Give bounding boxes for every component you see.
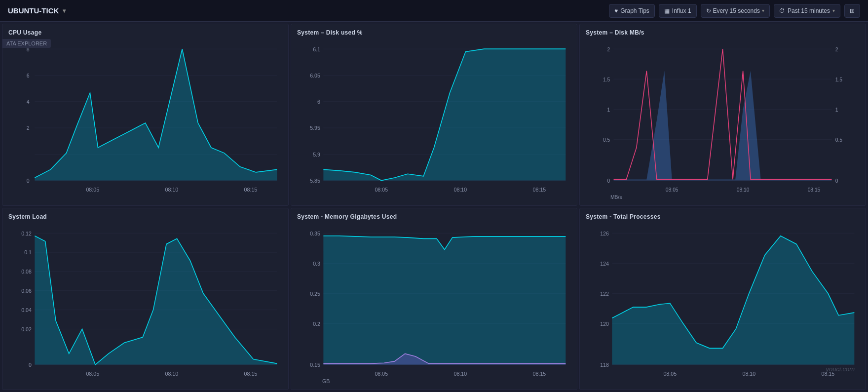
svg-text:08:05: 08:05	[663, 371, 677, 377]
display-icon: ⊞	[850, 7, 855, 14]
time-range-button[interactable]: ⏱ Past 15 minutes ▾	[774, 4, 840, 18]
svg-text:2: 2	[607, 46, 610, 52]
svg-marker-50	[614, 71, 832, 181]
panel-disk-used-pct: System – Disk used % 6.1 6.05 6 5.95 5.9…	[291, 24, 577, 206]
topbar-controls: ♥ Graph Tips ▦ Influx 1 ↻ Every 15 secon…	[609, 4, 860, 18]
grid-icon: ▦	[664, 7, 670, 14]
svg-text:6: 6	[317, 99, 320, 105]
svg-text:0.12: 0.12	[21, 230, 32, 236]
dashboard-grid: ATA EXPLORER CPU Usage 8 6 4 2 0 08:05 0…	[0, 22, 868, 392]
svg-text:0.02: 0.02	[21, 326, 32, 332]
topbar: UBUNTU-TICK ▾ ♥ Graph Tips ▦ Influx 1 ↻ …	[0, 0, 868, 22]
svg-text:5.95: 5.95	[310, 125, 320, 131]
disk-mbs-chart-area: 2 1.5 1 0.5 0 MB/s 2 1.5 1 0.5 0 08:05 0…	[586, 38, 860, 202]
memory-gb-title: System - Memory Gigabytes Used	[297, 213, 571, 220]
svg-text:08:10: 08:10	[165, 371, 179, 377]
refresh-chevron-icon: ▾	[762, 8, 764, 13]
svg-marker-68	[35, 236, 277, 365]
refresh-label: Every 15 seconds	[713, 7, 760, 14]
svg-text:0.08: 0.08	[21, 269, 32, 274]
panel-cpu-usage: ATA EXPLORER CPU Usage 8 6 4 2 0 08:05 0…	[2, 24, 289, 206]
svg-text:6.05: 6.05	[310, 73, 320, 78]
total-processes-title: System - Total Processes	[586, 213, 860, 220]
svg-text:0.35: 0.35	[310, 230, 320, 236]
svg-text:08:15: 08:15	[244, 371, 258, 377]
watermark: youci.com	[826, 365, 855, 373]
svg-text:124: 124	[600, 260, 609, 266]
svg-text:0.04: 0.04	[21, 307, 32, 313]
panel-total-processes: System - Total Processes 126 124 122 120…	[579, 208, 866, 390]
heart-icon: ♥	[614, 7, 618, 14]
svg-text:1.5: 1.5	[603, 76, 610, 82]
panel-system-load: System Load 0.12 0.1 0.08 0.06 0.04 0.02…	[2, 208, 289, 390]
svg-text:0.25: 0.25	[310, 291, 320, 297]
svg-text:08:05: 08:05	[375, 187, 388, 193]
svg-text:08:10: 08:10	[743, 371, 756, 377]
svg-text:1.5: 1.5	[835, 76, 842, 82]
svg-text:4: 4	[27, 99, 30, 105]
svg-text:MB/s: MB/s	[610, 194, 622, 200]
svg-text:08:10: 08:10	[454, 187, 467, 193]
system-load-chart: 0.12 0.1 0.08 0.06 0.04 0.02 0 08:05 08:…	[8, 222, 282, 387]
influx-label: Influx 1	[672, 7, 691, 14]
disk-mbs-title: System – Disk MB/s	[586, 29, 860, 36]
svg-text:0: 0	[29, 362, 32, 368]
disk-used-pct-chart-area: 6.1 6.05 6 5.95 5.9 5.85 08:05 08:10 08:…	[297, 38, 571, 202]
cpu-usage-chart-area: 8 6 4 2 0 08:05 08:10 08:15	[8, 38, 282, 202]
disk-used-pct-chart: 6.1 6.05 6 5.95 5.9 5.85 08:05 08:10 08:…	[297, 38, 571, 202]
svg-text:5.9: 5.9	[313, 152, 320, 157]
influx-button[interactable]: ▦ Influx 1	[659, 4, 697, 18]
svg-text:126: 126	[600, 230, 609, 236]
display-button[interactable]: ⊞	[844, 4, 860, 18]
svg-text:1: 1	[835, 106, 838, 112]
svg-text:08:15: 08:15	[533, 187, 546, 193]
svg-text:08:15: 08:15	[244, 187, 258, 193]
svg-text:0.1: 0.1	[24, 249, 32, 255]
time-range-label: Past 15 minutes	[788, 7, 830, 14]
graph-tips-button[interactable]: ♥ Graph Tips	[609, 4, 655, 18]
cpu-usage-title: CPU Usage	[8, 29, 282, 36]
svg-text:6.1: 6.1	[313, 46, 320, 52]
system-load-chart-area: 0.12 0.1 0.08 0.06 0.04 0.02 0 08:05 08:…	[8, 222, 282, 387]
time-range-chevron-icon: ▾	[832, 8, 835, 13]
svg-text:2: 2	[27, 125, 30, 131]
svg-text:0.15: 0.15	[310, 362, 320, 368]
dashboard-title: UBUNTU-TICK	[8, 6, 59, 15]
refresh-button[interactable]: ↻ Every 15 seconds ▾	[701, 4, 770, 18]
svg-text:08:05: 08:05	[666, 186, 679, 192]
svg-text:0.06: 0.06	[21, 288, 32, 294]
svg-marker-83	[323, 236, 566, 365]
svg-marker-14	[35, 49, 277, 180]
svg-text:0.3: 0.3	[313, 260, 320, 266]
svg-text:08:10: 08:10	[454, 371, 467, 377]
panel-memory-gb: System - Memory Gigabytes Used 0.35 0.3 …	[291, 208, 577, 390]
svg-text:6: 6	[27, 73, 30, 78]
svg-text:0: 0	[607, 178, 610, 184]
system-load-title: System Load	[8, 213, 282, 220]
clock-icon: ⏱	[779, 7, 785, 14]
svg-text:118: 118	[600, 362, 609, 368]
svg-text:08:15: 08:15	[808, 186, 821, 192]
svg-text:2: 2	[835, 46, 838, 52]
total-processes-chart: 126 124 122 120 118 08:05 08:10 08:15	[586, 222, 860, 387]
memory-gb-chart: 0.35 0.3 0.25 0.2 0.15 GB 08:05 08:10 08…	[297, 222, 571, 387]
svg-text:08:10: 08:10	[737, 186, 750, 192]
total-processes-chart-area: 126 124 122 120 118 08:05 08:10 08:15 yo…	[586, 222, 860, 387]
svg-text:0: 0	[27, 178, 30, 184]
svg-text:0.5: 0.5	[835, 136, 842, 142]
svg-text:120: 120	[600, 321, 609, 327]
title-chevron: ▾	[63, 7, 66, 14]
dashboard-title-area[interactable]: UBUNTU-TICK ▾	[8, 6, 66, 15]
svg-text:5.85: 5.85	[310, 178, 320, 184]
graph-tips-label: Graph Tips	[620, 7, 649, 14]
svg-text:08:15: 08:15	[533, 371, 546, 377]
svg-text:08:05: 08:05	[375, 371, 388, 377]
svg-text:122: 122	[600, 291, 609, 297]
svg-marker-98	[612, 236, 854, 365]
svg-text:0.2: 0.2	[313, 321, 320, 327]
svg-text:08:10: 08:10	[165, 187, 179, 193]
cpu-usage-chart: 8 6 4 2 0 08:05 08:10 08:15	[8, 38, 282, 202]
svg-text:0: 0	[835, 178, 838, 184]
svg-text:0.5: 0.5	[603, 136, 610, 142]
disk-used-pct-title: System – Disk used %	[297, 29, 571, 36]
